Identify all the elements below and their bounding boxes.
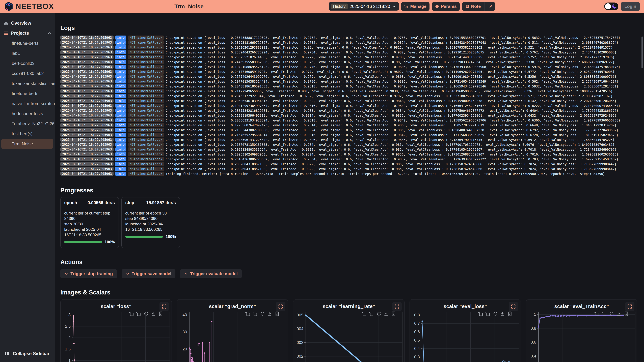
box-zoom-icon[interactable] (478, 311, 483, 316)
svg-text:0.5: 0.5 (414, 338, 420, 343)
fullscreen-icon (627, 304, 632, 309)
edit-note-button[interactable] (486, 3, 495, 10)
svg-text:1.5: 1.5 (65, 347, 70, 351)
svg-text:0.8: 0.8 (531, 326, 536, 331)
download-icon[interactable] (384, 311, 388, 316)
expand-chart-button[interactable] (625, 302, 634, 311)
action-trigger-button[interactable]: Trigger save model (122, 269, 176, 278)
theme-toggle[interactable] (604, 2, 618, 10)
log-row: 2025-04-16T21:18:27.205963infoNBTrainerC… (60, 93, 637, 98)
svg-text:30: 30 (182, 330, 187, 334)
sidebar-item-project[interactable]: hedecoder-tests (0, 109, 55, 119)
log-level-badge: info (115, 60, 126, 64)
scalar-chart-card: scalar "learning_rate"005004003002001 (293, 299, 404, 362)
undo-zoom-icon[interactable] (136, 311, 141, 316)
log-timestamp-badge: 2025-04-16T21:18:27.205963 (60, 142, 114, 147)
login-button[interactable]: Login (621, 2, 640, 11)
history-dropdown[interactable]: History 2025-04-16 21:18:30 (329, 2, 399, 10)
undo-zoom-icon[interactable] (602, 311, 606, 316)
fullscreen-icon (162, 304, 167, 309)
chart-title: scalar "grad_norm" (177, 304, 288, 309)
view-log-icon[interactable] (391, 311, 396, 316)
sidebar-item-project[interactable]: tokenizer statistics llama... (0, 78, 55, 88)
box-zoom-icon[interactable] (362, 311, 366, 316)
log-message: Checkpoint saved on {'eval_loss': 0.2077… (166, 80, 618, 83)
scalar-chart-card: scalar "loss"32.521.51 (60, 299, 172, 362)
log-timestamp-badge: 2025-04-16T21:18:27.205963 (60, 60, 114, 64)
sidebar-item-project[interactable]: test bert(s) (0, 129, 55, 139)
svg-text:0.4: 0.4 (414, 346, 420, 351)
log-source-badge: NBTrainerCallback (128, 138, 164, 142)
chart-plot-area[interactable]: 0.80.70.60.50.40.30.2 (410, 312, 520, 362)
chart-toolbar (478, 311, 512, 316)
chart-plot-area[interactable]: 10.80.60.40.2 (527, 312, 636, 362)
progress-line: current iter of epoch 30 (125, 211, 176, 216)
action-trigger-button[interactable]: Trigger stop training (60, 269, 117, 278)
reset-axes-icon[interactable] (609, 311, 614, 316)
sidebar-item-project[interactable]: bert-conll03 (0, 58, 55, 68)
main-content: Logs 2025-04-16T21:18:27.205963infoNBTra… (55, 13, 644, 362)
log-timestamp-badge: 2025-04-16T21:18:27.205963 (60, 172, 114, 176)
log-timestamp-badge: 2025-04-16T21:18:27.205963 (60, 167, 114, 171)
box-zoom-icon[interactable] (594, 311, 599, 316)
log-source-badge: NBTrainerCallback (128, 55, 164, 59)
undo-zoom-icon[interactable] (485, 311, 490, 316)
expand-chart-button[interactable] (509, 302, 518, 311)
log-level-badge: info (115, 147, 126, 151)
view-log-icon[interactable] (624, 311, 629, 316)
box-zoom-icon[interactable] (245, 311, 250, 316)
log-level-badge: info (115, 118, 126, 122)
download-icon[interactable] (267, 311, 272, 316)
view-log-icon[interactable] (158, 311, 163, 316)
reset-axes-icon[interactable] (144, 311, 148, 316)
log-row: 2025-04-16T21:18:27.205963infoNBTrainerC… (60, 162, 637, 166)
log-level-badge: info (115, 79, 126, 83)
sidebar-item-project[interactable]: naive-llm-from-scratch (0, 98, 55, 109)
sidebar-item-project[interactable]: csc791-030 lab2 (0, 68, 55, 78)
sidebar-item-project[interactable]: Trm_Noise (1, 139, 53, 149)
log-level-badge: info (115, 50, 126, 54)
download-icon[interactable] (616, 311, 621, 316)
action-trigger-button[interactable]: Trigger evaluate model (180, 269, 242, 278)
view-log-icon[interactable] (274, 311, 280, 316)
note-button[interactable]: Note (462, 2, 483, 11)
undo-zoom-icon[interactable] (252, 311, 258, 316)
view-log-icon[interactable] (507, 311, 512, 316)
reset-axes-icon[interactable] (376, 311, 381, 316)
neetbox-logo (4, 2, 13, 11)
download-icon[interactable] (500, 311, 505, 316)
chart-title: scalar "loss" (60, 304, 172, 309)
box-zoom-icon[interactable] (129, 311, 134, 316)
expand-chart-button[interactable] (392, 302, 402, 311)
svg-text:3: 3 (68, 313, 70, 317)
download-icon[interactable] (151, 311, 156, 316)
chart-plot-area[interactable]: 32.521.51 (61, 312, 171, 362)
sidebar-item-project[interactable]: finetune-berts (0, 88, 55, 98)
chart-plot-area[interactable]: 40302010 (178, 312, 288, 362)
log-timestamp-badge: 2025-04-16T21:18:27.205963 (60, 79, 114, 83)
chart-plot-area[interactable]: 005004003002001 (294, 312, 404, 362)
chart-toolbar (245, 311, 280, 316)
expand-chart-button[interactable] (160, 302, 169, 311)
scrollbar-thumb[interactable] (642, 36, 643, 68)
log-message: Training finished. Metrics: {'train_runt… (166, 172, 605, 176)
log-row: 2025-04-16T21:18:27.205963infoNBTrainerC… (60, 166, 637, 171)
collapse-sidebar-label: Collapse Sidebar (13, 351, 50, 356)
log-level-badge: info (115, 167, 126, 171)
reset-axes-icon[interactable] (492, 311, 498, 316)
manage-button[interactable]: Manage (401, 2, 430, 11)
sidebar-item-projects[interactable]: Projects (0, 28, 55, 38)
log-message: Checkpoint saved on {'eval_loss': 0.2446… (166, 60, 615, 64)
expand-chart-button[interactable] (276, 302, 285, 311)
params-button[interactable]: Params (432, 2, 460, 11)
sidebar-item-project[interactable]: Terahertz_No22_Gl261_gl... (0, 119, 55, 129)
log-source-badge: NBTrainerCallback (128, 157, 164, 161)
sidebar-item-project[interactable]: finetune-berts (0, 38, 55, 48)
reset-axes-icon[interactable] (260, 311, 265, 316)
svg-text:005: 005 (297, 313, 304, 317)
undo-zoom-icon[interactable] (369, 311, 374, 316)
collapse-sidebar-button[interactable]: Collapse Sidebar (0, 349, 54, 358)
sidebar-item-project[interactable]: lab1 (0, 48, 55, 58)
sidebar-item-overview[interactable]: Overview (0, 18, 55, 28)
svg-text:0.4: 0.4 (531, 354, 536, 358)
